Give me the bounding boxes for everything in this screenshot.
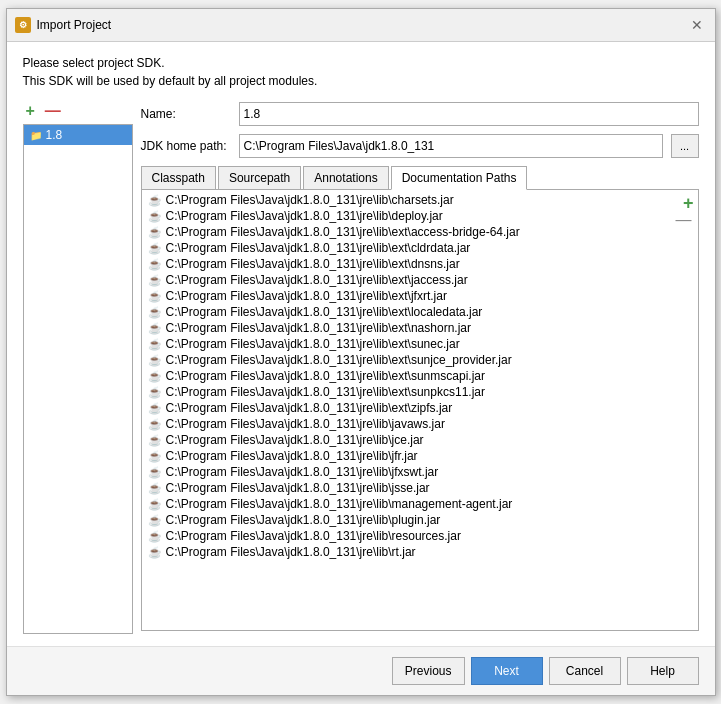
sdk-item-1.8[interactable]: 📁 1.8	[24, 125, 132, 145]
file-path: C:\Program Files\Java\jdk1.8.0_131\jre\l…	[166, 369, 485, 383]
right-panel: Name: JDK home path: ... Classpath Sourc…	[141, 102, 699, 634]
tab-documentation-paths[interactable]: Documentation Paths	[391, 166, 528, 190]
description-line2: This SDK will be used by default by all …	[23, 72, 699, 90]
jar-icon: ☕	[148, 225, 162, 239]
cancel-button[interactable]: Cancel	[549, 657, 621, 685]
jar-icon: ☕	[148, 433, 162, 447]
list-item[interactable]: ☕C:\Program Files\Java\jdk1.8.0_131\jre\…	[142, 384, 698, 400]
list-item[interactable]: ☕C:\Program Files\Java\jdk1.8.0_131\jre\…	[142, 400, 698, 416]
list-item[interactable]: ☕C:\Program Files\Java\jdk1.8.0_131\jre\…	[142, 496, 698, 512]
file-path: C:\Program Files\Java\jdk1.8.0_131\jre\l…	[166, 305, 483, 319]
titlebar-title: Import Project	[37, 18, 112, 32]
footer: Previous Next Cancel Help	[7, 646, 715, 695]
jar-icon: ☕	[148, 353, 162, 367]
jar-icon: ☕	[148, 321, 162, 335]
jar-icon: ☕	[148, 241, 162, 255]
jar-icon: ☕	[148, 481, 162, 495]
remove-sdk-button[interactable]: —	[42, 102, 64, 120]
tabs: Classpath Sourcepath Annotations Documen…	[141, 166, 699, 190]
main-area: + — 📁 1.8 Name: JD	[23, 102, 699, 634]
left-panel: + — 📁 1.8	[23, 102, 133, 634]
file-path: C:\Program Files\Java\jdk1.8.0_131\jre\l…	[166, 241, 471, 255]
jdk-path-input[interactable]	[239, 134, 663, 158]
file-path: C:\Program Files\Java\jdk1.8.0_131\jre\l…	[166, 273, 468, 287]
file-path: C:\Program Files\Java\jdk1.8.0_131\jre\l…	[166, 193, 454, 207]
sdk-folder-icon: 📁	[30, 130, 42, 141]
file-path: C:\Program Files\Java\jdk1.8.0_131\jre\l…	[166, 353, 512, 367]
file-path: C:\Program Files\Java\jdk1.8.0_131\jre\l…	[166, 529, 461, 543]
list-item[interactable]: ☕C:\Program Files\Java\jdk1.8.0_131\jre\…	[142, 368, 698, 384]
sdk-item-label: 1.8	[46, 128, 63, 142]
file-list: ☕C:\Program Files\Java\jdk1.8.0_131\jre\…	[142, 190, 698, 630]
list-item[interactable]: ☕C:\Program Files\Java\jdk1.8.0_131\jre\…	[142, 448, 698, 464]
dialog-content: Please select project SDK. This SDK will…	[7, 42, 715, 646]
file-path: C:\Program Files\Java\jdk1.8.0_131\jre\l…	[166, 209, 443, 223]
help-button[interactable]: Help	[627, 657, 699, 685]
file-path: C:\Program Files\Java\jdk1.8.0_131\jre\l…	[166, 401, 453, 415]
list-item[interactable]: ☕C:\Program Files\Java\jdk1.8.0_131\jre\…	[142, 272, 698, 288]
jdk-label: JDK home path:	[141, 139, 231, 153]
previous-button[interactable]: Previous	[392, 657, 465, 685]
titlebar-left: ⚙ Import Project	[15, 17, 112, 33]
file-path: C:\Program Files\Java\jdk1.8.0_131\jre\l…	[166, 497, 513, 511]
list-item[interactable]: ☕C:\Program Files\Java\jdk1.8.0_131\jre\…	[142, 320, 698, 336]
list-item[interactable]: ☕C:\Program Files\Java\jdk1.8.0_131\jre\…	[142, 304, 698, 320]
close-button[interactable]: ✕	[687, 15, 707, 35]
file-path: C:\Program Files\Java\jdk1.8.0_131\jre\l…	[166, 225, 520, 239]
jar-icon: ☕	[148, 529, 162, 543]
tab-classpath[interactable]: Classpath	[141, 166, 216, 189]
file-path: C:\Program Files\Java\jdk1.8.0_131\jre\l…	[166, 417, 445, 431]
list-item[interactable]: ☕C:\Program Files\Java\jdk1.8.0_131\jre\…	[142, 416, 698, 432]
list-item[interactable]: ☕C:\Program Files\Java\jdk1.8.0_131\jre\…	[142, 544, 698, 560]
jar-icon: ☕	[148, 465, 162, 479]
tab-annotations[interactable]: Annotations	[303, 166, 388, 189]
name-row: Name:	[141, 102, 699, 126]
list-item[interactable]: ☕C:\Program Files\Java\jdk1.8.0_131\jre\…	[142, 192, 698, 208]
file-path: C:\Program Files\Java\jdk1.8.0_131\jre\l…	[166, 337, 460, 351]
jar-icon: ☕	[148, 257, 162, 271]
add-sdk-button[interactable]: +	[23, 102, 38, 120]
left-toolbar: + —	[23, 102, 133, 120]
sdk-list: 📁 1.8	[23, 124, 133, 634]
next-button[interactable]: Next	[471, 657, 543, 685]
list-item[interactable]: ☕C:\Program Files\Java\jdk1.8.0_131\jre\…	[142, 480, 698, 496]
description: Please select project SDK. This SDK will…	[23, 54, 699, 90]
tab-add-button[interactable]: +	[683, 194, 694, 212]
name-label: Name:	[141, 107, 231, 121]
file-path: C:\Program Files\Java\jdk1.8.0_131\jre\l…	[166, 433, 424, 447]
import-project-dialog: ⚙ Import Project ✕ Please select project…	[6, 8, 716, 696]
list-item[interactable]: ☕C:\Program Files\Java\jdk1.8.0_131\jre\…	[142, 512, 698, 528]
app-icon: ⚙	[15, 17, 31, 33]
browse-button[interactable]: ...	[671, 134, 699, 158]
file-path: C:\Program Files\Java\jdk1.8.0_131\jre\l…	[166, 449, 418, 463]
tab-sourcepath[interactable]: Sourcepath	[218, 166, 301, 189]
list-item[interactable]: ☕C:\Program Files\Java\jdk1.8.0_131\jre\…	[142, 208, 698, 224]
list-item[interactable]: ☕C:\Program Files\Java\jdk1.8.0_131\jre\…	[142, 240, 698, 256]
jar-icon: ☕	[148, 401, 162, 415]
list-item[interactable]: ☕C:\Program Files\Java\jdk1.8.0_131\jre\…	[142, 432, 698, 448]
list-item[interactable]: ☕C:\Program Files\Java\jdk1.8.0_131\jre\…	[142, 224, 698, 240]
file-path: C:\Program Files\Java\jdk1.8.0_131\jre\l…	[166, 385, 485, 399]
jar-icon: ☕	[148, 289, 162, 303]
file-path: C:\Program Files\Java\jdk1.8.0_131\jre\l…	[166, 513, 441, 527]
file-path: C:\Program Files\Java\jdk1.8.0_131\jre\l…	[166, 289, 447, 303]
file-path: C:\Program Files\Java\jdk1.8.0_131\jre\l…	[166, 465, 439, 479]
list-item[interactable]: ☕C:\Program Files\Java\jdk1.8.0_131\jre\…	[142, 256, 698, 272]
tab-remove-button[interactable]: —	[676, 212, 692, 228]
jar-icon: ☕	[148, 273, 162, 287]
jar-icon: ☕	[148, 305, 162, 319]
jar-icon: ☕	[148, 545, 162, 559]
list-item[interactable]: ☕C:\Program Files\Java\jdk1.8.0_131\jre\…	[142, 464, 698, 480]
jar-icon: ☕	[148, 449, 162, 463]
file-path: C:\Program Files\Java\jdk1.8.0_131\jre\l…	[166, 545, 416, 559]
list-item[interactable]: ☕C:\Program Files\Java\jdk1.8.0_131\jre\…	[142, 288, 698, 304]
list-item[interactable]: ☕C:\Program Files\Java\jdk1.8.0_131\jre\…	[142, 352, 698, 368]
name-input[interactable]	[239, 102, 699, 126]
jar-icon: ☕	[148, 385, 162, 399]
jdk-row: JDK home path: ...	[141, 134, 699, 158]
file-path: C:\Program Files\Java\jdk1.8.0_131\jre\l…	[166, 481, 430, 495]
list-item[interactable]: ☕C:\Program Files\Java\jdk1.8.0_131\jre\…	[142, 528, 698, 544]
jar-icon: ☕	[148, 193, 162, 207]
jar-icon: ☕	[148, 209, 162, 223]
list-item[interactable]: ☕C:\Program Files\Java\jdk1.8.0_131\jre\…	[142, 336, 698, 352]
